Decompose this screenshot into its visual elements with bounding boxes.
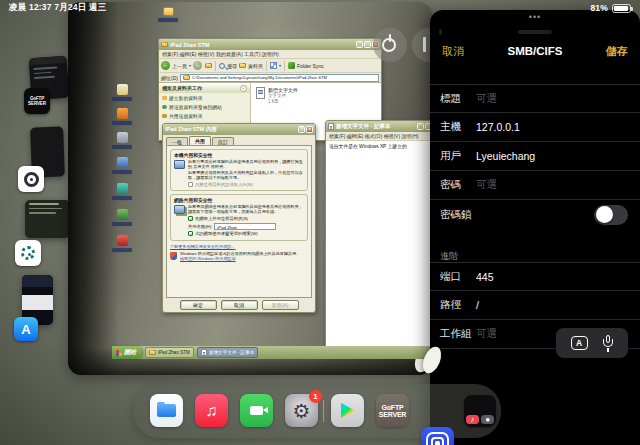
title-row: 標題 可選	[430, 84, 640, 113]
app-thumbnail-filemanager[interactable]	[25, 200, 70, 238]
firewall-settings-link[interactable]: 檢視您的 Windows 防火牆設定	[180, 256, 236, 261]
explorer-title: iPad Zhan STM	[170, 42, 209, 48]
path-input[interactable]: /	[476, 299, 479, 311]
password-lock-toggle[interactable]	[594, 205, 628, 225]
back-icon[interactable]: ←	[161, 61, 170, 70]
desktop-icon-5[interactable]	[110, 183, 134, 200]
share-folder-icon	[162, 114, 167, 118]
desktop-icon-label	[158, 18, 178, 22]
notepad-titlebar[interactable]: 新增文字文件 - 記事本 ×	[326, 121, 432, 132]
password-input[interactable]: 可選	[476, 178, 497, 192]
task-label: 共用這個資料夾	[169, 113, 203, 119]
collapse-icon[interactable]: ^	[240, 85, 247, 92]
desktop-icon-label	[112, 196, 132, 200]
disconnect-power-button[interactable]	[373, 28, 407, 62]
tab-sharing[interactable]: 共用	[189, 136, 211, 145]
folder-sync-icon[interactable]	[288, 62, 295, 69]
facetime-app-icon[interactable]	[240, 394, 273, 427]
up-icon[interactable]	[205, 63, 212, 68]
taskbar-task-explorer[interactable]: iPad Zhan STM	[145, 347, 194, 358]
notification-badge: 1	[309, 390, 322, 403]
dialog-buttons: 確定 取消 套用(A)	[163, 300, 315, 310]
dialog-titlebar[interactable]: iPad Zhan STM 內容 ?×	[163, 124, 315, 135]
sharing-properties-dialog[interactable]: iPad Zhan STM 內容 ?× 一般 共用 自訂 本機共用和安全性 如果…	[162, 123, 316, 313]
sheet-navbar: 取消 SMB/CIFS 儲存	[430, 40, 640, 62]
ok-button[interactable]: 確定	[180, 300, 217, 310]
maximize-button[interactable]: □	[364, 41, 371, 48]
save-button[interactable]: 儲存	[606, 44, 628, 59]
explorer-titlebar[interactable]: iPad Zhan STM _□×	[159, 39, 381, 50]
task-new-folder[interactable]: 建立新的資料夾	[159, 93, 250, 102]
folders-label: 資料夾	[248, 63, 263, 69]
port-input[interactable]: 445	[476, 271, 494, 283]
desktop-icon-7[interactable]	[110, 235, 134, 252]
minimize-button[interactable]	[417, 123, 424, 130]
help-button[interactable]: ?	[298, 126, 305, 133]
teal-ring-app-badge[interactable]	[15, 240, 41, 266]
notepad-menubar[interactable]: 檔案(F) 編輯(E) 格式(O) 檢視(V) 說明(H)	[326, 132, 432, 141]
desktop-icon-1[interactable]	[110, 84, 134, 101]
desktop-icon-4[interactable]	[110, 157, 134, 174]
goftp-server-app-badge[interactable]: GoFTP SERVER	[24, 88, 50, 114]
concentric-squares-icon	[426, 432, 449, 445]
apply-button[interactable]: 套用(A)	[262, 300, 299, 310]
microphone-icon[interactable]	[602, 335, 613, 352]
app-group-icon[interactable]: ♪ ●	[464, 395, 496, 427]
notepad-window[interactable]: 新增文字文件 - 記事本 × 檔案(F) 編輯(E) 格式(O) 檢視(V) 說…	[325, 120, 432, 352]
notepad-text[interactable]: 這份文件是在 Windows XP 上建立的	[326, 141, 432, 352]
network-sharing-group: 網路共用和安全性 如果要與網路使用者及這部電腦的其他使用者共用這個資料夾，請選取…	[170, 194, 308, 240]
share-on-network-checkbox[interactable]: ✓	[188, 216, 193, 221]
explorer-menubar[interactable]: 檔案(F) 編輯(E) 檢視(V) 我的最愛(A) 工具(T) 說明(H)	[159, 50, 381, 59]
user-input[interactable]: Lyeuiechang	[476, 150, 535, 162]
xp-taskbar: 開始 iPad Zhan STM 新增文字文件 - 記事本	[112, 346, 432, 359]
cancel-button[interactable]: 取消	[221, 300, 258, 310]
workgroup-input[interactable]: 可選	[476, 327, 497, 341]
host-input[interactable]: 127.0.0.1	[476, 121, 520, 133]
start-button[interactable]: 開始	[112, 346, 142, 359]
desktop-icon-2[interactable]	[110, 108, 134, 125]
desktop-icon-3[interactable]	[110, 132, 134, 149]
share-name-input[interactable]: iPad Zhan	[214, 223, 276, 230]
title-input[interactable]: 可選	[476, 92, 497, 106]
folder-icon	[149, 350, 156, 355]
video-camera-icon	[250, 406, 263, 415]
folders-icon[interactable]	[239, 63, 246, 68]
keyboard-shortcut-key[interactable]: A	[571, 336, 588, 350]
views-icon[interactable]	[270, 62, 277, 69]
settings-app-icon[interactable]: ⚙ 1	[285, 394, 318, 427]
pause-session-button[interactable]	[412, 28, 432, 62]
host-row: 主機 127.0.0.1	[430, 113, 640, 142]
task-share[interactable]: 共用這個資料夾	[159, 111, 250, 120]
allow-change-checkbox[interactable]: ✓	[188, 231, 193, 236]
close-button[interactable]: ×	[306, 126, 313, 133]
port-row: 端口 445	[430, 262, 640, 291]
cancel-button[interactable]: 取消	[442, 44, 464, 59]
task-label: 將這個資料夾發佈到網站	[169, 104, 222, 110]
desktop-icon-6[interactable]	[110, 209, 134, 226]
allow-checkbox-label: 允許網路使用者變更我的檔案(W)	[195, 231, 258, 236]
private-checkbox[interactable]	[188, 182, 193, 187]
remote-desktop-window[interactable]: 新增文字文件 - 記事本 × 檔案(F) 編輯(E) 格式(O) 檢視(V) 說…	[68, 2, 432, 375]
task-publish[interactable]: 將這個資料夾發佈到網站	[159, 102, 250, 111]
camera-app-badge[interactable]	[18, 166, 44, 192]
local-sharing-text1: 如果只要與這部電腦的其他使用者共用這個資料夾，請將它拖曳到 共用文件 資料夾。	[188, 159, 303, 169]
goftp-server-app-icon[interactable]: GoFTP SERVER	[376, 394, 409, 427]
forward-icon[interactable]: →	[193, 61, 202, 70]
blue-squares-app-icon[interactable]	[421, 427, 454, 445]
desktop-icon-label	[112, 121, 132, 125]
minimize-button[interactable]: _	[356, 41, 363, 48]
play-store-app-icon[interactable]	[331, 394, 364, 427]
folder-icon	[162, 96, 167, 100]
music-app-icon[interactable]: ♫	[195, 394, 228, 427]
password-row: 密碼 可選	[430, 171, 640, 200]
app-store-badge[interactable]: A	[14, 317, 38, 341]
toggle-knob	[596, 206, 613, 223]
files-app-icon[interactable]	[150, 394, 183, 427]
learn-more-link[interactable]: 了解更多有關共用及安全性的資訊。	[170, 244, 236, 249]
dialog-title: iPad Zhan STM 內容	[165, 126, 217, 133]
desktop-icon-label	[112, 222, 132, 226]
address-input[interactable]: C:\Documents and Settings\Lyeuiechang\My…	[180, 74, 379, 82]
status-bar: 凌晨 12:37 7月24日 週三 81%	[0, 0, 640, 16]
search-icon[interactable]	[219, 63, 225, 69]
taskbar-task-notepad[interactable]: 新增文字文件 - 記事本	[197, 347, 258, 358]
